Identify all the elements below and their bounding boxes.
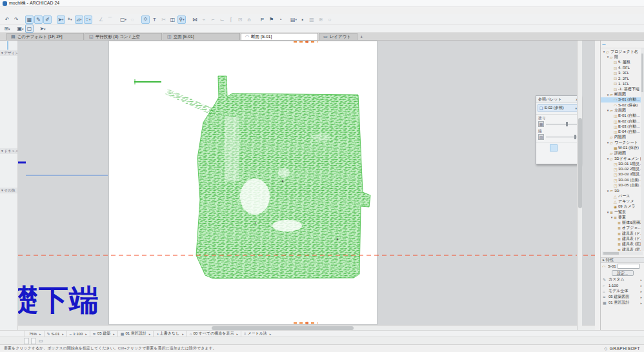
toolbar-button[interactable]: ▢ [25, 24, 34, 33]
new-tab-button[interactable]: + [358, 34, 365, 40]
tree-item[interactable]: ≣ オブジェクトリスト [601, 226, 644, 231]
toolbox-tool[interactable] [9, 162, 17, 171]
tree-item[interactable]: ⊡ -1. 基礎下端 [601, 86, 644, 92]
toolbox-tool[interactable] [1, 179, 9, 188]
tree-item[interactable]: ◳ 3D-01 1階見上げ [601, 161, 644, 166]
view-tab[interactable]: ▤このデフォルト [1F, 2F] [6, 33, 84, 40]
toolbox-tool[interactable] [9, 235, 17, 244]
slider-track[interactable] [546, 124, 578, 124]
toolbox-tool[interactable] [1, 90, 9, 98]
toolbox-tool[interactable] [1, 81, 9, 90]
layer-option[interactable] [24, 338, 29, 344]
toolbox-tool[interactable] [1, 132, 9, 140]
toolbar-button[interactable]: ⋈ [191, 15, 199, 24]
view-tab[interactable]: ▭レイアウト [319, 33, 357, 40]
view-tab[interactable]: ◱平行投影 (3) コン / 上空 [85, 33, 162, 40]
toolbox-tool[interactable] [1, 162, 9, 171]
toolbar-button[interactable]: ↶ [3, 15, 12, 24]
tree-item[interactable]: ⊡ 1. 1FL [601, 81, 644, 86]
scrollbar-thumb[interactable] [641, 54, 643, 92]
toolbox-tool[interactable] [9, 154, 17, 162]
toolbox-tool[interactable] [1, 154, 9, 162]
canvas-vertical-scrollbar[interactable] [577, 41, 582, 330]
tree-item[interactable]: ▾ ▱ プロジェクト名 [601, 49, 644, 54]
view-property-row[interactable]: ✎ カスタム ▸ [601, 277, 644, 282]
toolbox-tool[interactable] [9, 171, 17, 179]
layer-option[interactable] [31, 338, 36, 344]
toolbox-tool[interactable] [9, 98, 17, 106]
tree-item[interactable]: ▾ ▱ 3D [601, 188, 644, 193]
toolbar-button[interactable]: ○ [326, 15, 334, 24]
toolbox-tool[interactable] [9, 123, 17, 132]
tree-item[interactable]: ◠ S-01 (自動再構築) [601, 97, 644, 103]
toolbox-tool[interactable] [9, 73, 17, 81]
tree-item[interactable]: ◫ E-04 (自動再構築) [601, 129, 644, 134]
view-property-row[interactable]: ▦ 01 意匠設計 ▸ [601, 300, 644, 306]
quick-option[interactable]: ⌐ 1:100 ▸ [66, 331, 90, 337]
toolbar-button[interactable]: ⊞▾ [3, 24, 12, 33]
quick-option[interactable]: ◑ 上書きなし ▸ [153, 331, 186, 337]
toolbar-button[interactable]: ▤▾ [290, 15, 298, 24]
toolbar-button[interactable]: ⊿▾ [75, 15, 83, 24]
tree-item[interactable]: ⊡ 2. 2FL [601, 75, 644, 81]
palette-footer-button[interactable] [550, 144, 558, 152]
toolbox-tool[interactable] [1, 210, 9, 219]
tree-item[interactable]: ≣ 建具表 (ドア)_2 [601, 236, 644, 241]
toolbox-tool[interactable] [1, 235, 9, 244]
tree-item[interactable]: ≣ 躯体&面積表 [601, 220, 644, 226]
toolbar-button[interactable]: ⌐ [209, 15, 217, 24]
toolbox-tool[interactable] [9, 115, 17, 123]
tree-item[interactable]: △ パース [601, 193, 644, 199]
toolbox-group-more[interactable]: ▾ その他 [0, 188, 17, 193]
toolbar-button[interactable]: ⌁ [200, 15, 208, 24]
toolbox-tool[interactable] [9, 64, 17, 73]
toolbox-tool[interactable] [1, 56, 9, 64]
toolbox-tool[interactable] [9, 56, 17, 64]
toolbox-tool[interactable] [9, 90, 17, 98]
toolbox-group-design[interactable]: ▾ デザイン [0, 50, 17, 56]
tree-item[interactable]: ◠ S-02 (保存) [601, 103, 644, 108]
tree-item[interactable]: ◉ 09 カメラ [601, 204, 644, 210]
toolbox-tool[interactable] [9, 106, 17, 115]
view-property-row[interactable]: ✒ 05 建築図面 ▸ [601, 294, 644, 300]
toolbox-tool[interactable] [1, 98, 9, 106]
tree-horizontal-scrollbar[interactable] [602, 251, 643, 255]
tree-item[interactable]: ▱ 詳細図 [601, 151, 644, 156]
line-swatch[interactable]: ▨ [538, 134, 544, 140]
toolbar-button[interactable]: ⚲▾ [177, 15, 186, 24]
tree-item[interactable]: ◳ 3D-02 2階見上げ [601, 167, 644, 172]
tree-item[interactable]: ≣ 建具表 (ドア) [601, 231, 644, 236]
toolbar-button[interactable]: ✐ [43, 15, 52, 24]
toolbox-tool[interactable] [9, 193, 17, 202]
toolbar-button[interactable]: ◫ [168, 15, 177, 24]
navigator-tab-icon[interactable] [602, 44, 606, 45]
view-name-input[interactable] [618, 264, 639, 269]
toolbox-tool[interactable] [1, 115, 9, 123]
toolbox-tool[interactable] [1, 171, 9, 179]
toolbox-tool[interactable] [1, 202, 9, 210]
slider-track[interactable] [546, 137, 578, 137]
view-tab[interactable]: ◫立面 [E-01] [163, 33, 240, 40]
quick-option[interactable]: ✒ 05 建築 ▸ [90, 331, 117, 337]
quick-option[interactable]: ⌂ 00 すべての構造を表示 ▸ [186, 331, 241, 337]
scrollbar-thumb[interactable] [603, 252, 619, 255]
toolbar-button[interactable]: ⌈ [227, 15, 236, 24]
tree-item[interactable]: ▦ W-01 (保存) [601, 145, 644, 150]
toolbar-button[interactable]: ↷ [12, 15, 21, 24]
toolbar-button[interactable]: ⁘▾ [84, 15, 92, 24]
scrollbar-thumb[interactable] [578, 118, 582, 208]
toolbar-button[interactable]: ➤▾ [39, 24, 47, 33]
tree-item[interactable]: ⊡ 4. RFL [601, 65, 644, 70]
drawing-canvas[interactable]: 基礎下端 参照パレット × ❏ S-02 (参照) ▾ 塗り [18, 41, 595, 330]
view-tab[interactable]: ◠断面 [S-01] [241, 33, 318, 40]
toolbox-group-document[interactable]: ▾ ドキュメント [0, 148, 17, 154]
tree-item[interactable]: ▾ ▱ 3Dドキュメント [601, 156, 644, 161]
slider-knob[interactable] [574, 135, 576, 139]
palette-footer-button[interactable] [540, 144, 548, 152]
reference-dropdown[interactable]: ❏ S-02 (参照) ▾ [538, 104, 579, 112]
tree-item[interactable]: ◫ E-02 (自動再構築) [601, 119, 644, 124]
tree-item[interactable]: ▾ ≣ 一覧表 [601, 210, 644, 215]
toolbox-tool[interactable] [1, 73, 9, 81]
select-tool[interactable] [7, 41, 8, 50]
tree-item[interactable]: ≣ 建具表 (窓) [601, 242, 644, 247]
